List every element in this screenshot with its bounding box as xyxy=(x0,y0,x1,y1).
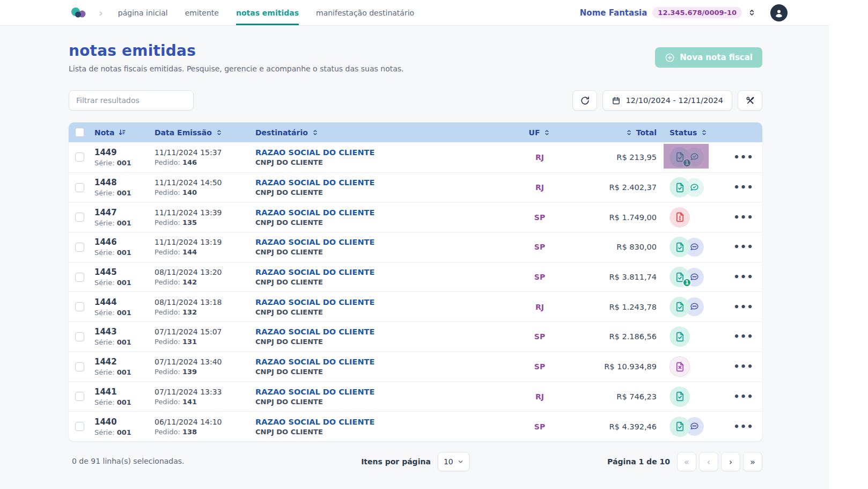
actions-cell: ••• xyxy=(725,332,762,341)
total-cell: R$ 2.402,37 xyxy=(567,183,663,192)
actions-cell: ••• xyxy=(725,242,762,252)
new-invoice-button[interactable]: Nova nota fiscal xyxy=(655,47,762,68)
destinatario-cnpj: CNPJ DO CLIENTE xyxy=(255,188,513,196)
tab-pagina-inicial[interactable]: página inicial xyxy=(118,0,168,25)
table-row[interactable]: 1445Série: 00108/11/2024 13:20Pedido: 14… xyxy=(69,262,762,292)
column-header-total[interactable]: Total xyxy=(636,128,657,137)
row-actions-button[interactable]: ••• xyxy=(733,422,754,432)
app-logo[interactable] xyxy=(70,0,87,25)
row-actions-button[interactable]: ••• xyxy=(733,152,754,162)
table-row[interactable]: 1449Série: 00111/11/2024 15:37Pedido: 14… xyxy=(69,142,762,172)
row-actions-button[interactable]: ••• xyxy=(733,392,754,402)
sort-icon[interactable] xyxy=(216,129,223,136)
document-check-icon[interactable] xyxy=(670,386,690,407)
table-row[interactable]: 1447Série: 00111/11/2024 13:39Pedido: 13… xyxy=(69,202,762,232)
destinatario-cell: RAZAO SOCIAL DO CLIENTECNPJ DO CLIENTE xyxy=(255,208,513,227)
status-icon-group xyxy=(670,417,704,437)
actions-cell: ••• xyxy=(725,152,762,162)
table-row[interactable]: 1441Série: 00107/11/2024 13:33Pedido: 14… xyxy=(69,382,762,412)
data-emissao-cell: 07/11/2024 13:40Pedido: 139 xyxy=(155,357,255,376)
table-row[interactable]: 1440Série: 00106/11/2024 14:10Pedido: 13… xyxy=(69,411,762,441)
pedido-text: Pedido: 138 xyxy=(155,428,255,436)
row-checkbox[interactable] xyxy=(75,332,84,341)
first-page-button[interactable]: « xyxy=(677,452,696,471)
row-checkbox[interactable] xyxy=(75,422,84,431)
sort-icon[interactable] xyxy=(543,129,550,136)
uf-cell: RJ xyxy=(513,183,567,192)
destinatario-cnpj: CNPJ DO CLIENTE xyxy=(255,278,513,286)
nota-cell: 1445Série: 001 xyxy=(94,267,155,287)
table-row[interactable]: 1446Série: 00111/11/2024 13:19Pedido: 14… xyxy=(69,232,762,262)
table-row[interactable]: 1442Série: 00107/11/2024 13:40Pedido: 13… xyxy=(69,352,762,382)
document-check-icon[interactable] xyxy=(670,326,690,347)
row-checkbox[interactable] xyxy=(75,183,84,192)
sort-icon[interactable] xyxy=(312,129,319,136)
last-page-button[interactable]: » xyxy=(743,452,762,471)
company-switcher-button[interactable] xyxy=(748,9,755,17)
row-checkbox[interactable] xyxy=(75,243,84,252)
destinatario-cell: RAZAO SOCIAL DO CLIENTECNPJ DO CLIENTE xyxy=(255,268,513,286)
company-name: Nome Fantasia xyxy=(580,8,648,18)
uf-cell: SP xyxy=(513,362,567,371)
table-row[interactable]: 1448Série: 00111/11/2024 14:50Pedido: 14… xyxy=(69,172,762,202)
nota-number: 1442 xyxy=(94,357,155,367)
row-actions-button[interactable]: ••• xyxy=(733,242,754,252)
document-cancelled-icon[interactable] xyxy=(670,356,690,377)
document-check-icon[interactable] xyxy=(670,237,690,257)
document-check-icon[interactable] xyxy=(670,177,690,198)
column-header-destinatario[interactable]: Destinatário xyxy=(255,128,308,137)
next-page-icon: › xyxy=(729,457,732,467)
destinatario-name: RAZAO SOCIAL DO CLIENTE xyxy=(255,238,513,246)
date-range-button[interactable]: 12/10/2024 - 12/11/2024 xyxy=(602,90,732,111)
pedido-text: Pedido: 142 xyxy=(155,278,255,286)
document-alert-icon[interactable] xyxy=(670,207,690,228)
row-actions-button[interactable]: ••• xyxy=(733,302,754,312)
document-check-icon[interactable] xyxy=(670,297,690,317)
table-row[interactable]: 1443Série: 00107/11/2024 15:07Pedido: 13… xyxy=(69,322,762,352)
emission-date: 08/11/2024 13:18 xyxy=(155,298,255,306)
column-header-status[interactable]: Status xyxy=(670,128,697,137)
select-all-checkbox[interactable] xyxy=(75,128,84,137)
destinatario-name: RAZAO SOCIAL DO CLIENTE xyxy=(255,268,513,276)
row-checkbox[interactable] xyxy=(75,362,84,371)
data-emissao-cell: 06/11/2024 14:10Pedido: 138 xyxy=(155,418,255,436)
filter-input[interactable] xyxy=(69,90,194,111)
row-actions-button[interactable]: ••• xyxy=(733,362,754,371)
table-settings-button[interactable] xyxy=(738,90,762,111)
row-checkbox[interactable] xyxy=(75,273,84,282)
document-check-icon[interactable] xyxy=(670,417,690,437)
sort-icon[interactable] xyxy=(701,129,708,136)
sort-desc-icon[interactable] xyxy=(118,128,126,136)
tab-notas-emitidas[interactable]: notas emitidas xyxy=(236,0,299,25)
column-header-uf[interactable]: UF xyxy=(529,128,540,137)
row-checkbox-cell xyxy=(69,152,94,162)
main-content: notas emitidas Lista de notas fiscais em… xyxy=(69,26,762,489)
column-header-data-emissao[interactable]: Data Emissão xyxy=(155,128,212,137)
row-checkbox[interactable] xyxy=(75,152,84,162)
items-per-page-select[interactable]: 10 xyxy=(438,452,470,471)
sort-icon[interactable] xyxy=(626,129,632,136)
row-checkbox[interactable] xyxy=(75,213,84,222)
refresh-button[interactable] xyxy=(572,90,597,111)
row-checkbox[interactable] xyxy=(75,302,84,311)
row-actions-button[interactable]: ••• xyxy=(733,183,754,192)
status-icon-group xyxy=(670,356,690,377)
prev-page-button[interactable]: ‹ xyxy=(699,452,718,471)
breadcrumb-chevron-icon: › xyxy=(99,0,103,25)
next-page-button[interactable]: › xyxy=(721,452,740,471)
nota-cell: 1440Série: 001 xyxy=(94,417,155,436)
row-checkbox[interactable] xyxy=(75,392,84,401)
table-row[interactable]: 1444Série: 00108/11/2024 13:18Pedido: 13… xyxy=(69,291,762,322)
data-emissao-cell: 08/11/2024 13:20Pedido: 142 xyxy=(155,268,255,286)
row-checkbox-cell xyxy=(69,362,94,371)
column-header-nota[interactable]: Nota xyxy=(94,128,114,137)
nota-cell: 1441Série: 001 xyxy=(94,387,155,406)
total-cell: R$ 10.934,89 xyxy=(567,362,663,371)
tab-manifestacao-destinatario[interactable]: manifestação destinatário xyxy=(316,0,414,25)
user-avatar[interactable] xyxy=(770,4,788,21)
row-actions-button[interactable]: ••• xyxy=(733,213,754,222)
row-actions-button[interactable]: ••• xyxy=(733,332,754,341)
row-actions-button[interactable]: ••• xyxy=(733,272,754,282)
tab-emitente[interactable]: emitente xyxy=(185,0,219,25)
nota-number: 1449 xyxy=(94,148,155,157)
